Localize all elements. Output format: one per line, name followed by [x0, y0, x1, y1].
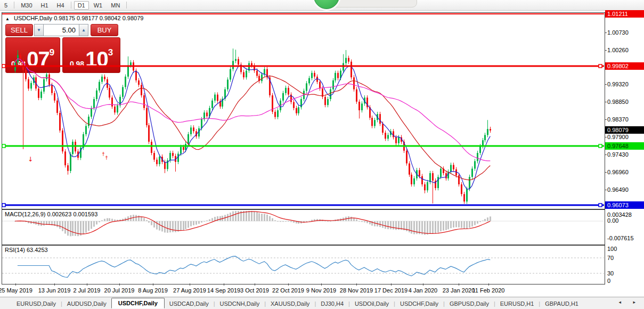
- date-axis-tick: [488, 283, 489, 286]
- chart-tab-usdchf-daily[interactable]: USDCHF,Daily: [111, 298, 165, 308]
- date-axis-label: 22 Oct 2019: [272, 287, 304, 294]
- date-axis-label: 28 Nov 2019: [340, 287, 373, 294]
- price-axis-label: 0.97900: [607, 134, 629, 140]
- price-axis-label: 0.98370: [607, 116, 629, 123]
- macd-axis-label: -0.007615: [607, 235, 634, 241]
- date-axis-label: 27 Aug 2019: [173, 287, 206, 294]
- sell-price-main: 07: [27, 51, 50, 68]
- buy-button[interactable]: BUY: [91, 24, 118, 36]
- timeframe-button-h4[interactable]: H4: [53, 1, 68, 10]
- buy-price-prefix: 0.98: [70, 60, 84, 68]
- buy-price-main: 10: [85, 51, 108, 68]
- timeframe-button-m30[interactable]: M30: [17, 1, 36, 10]
- price-axis-tick: [605, 32, 607, 33]
- macd-label: MACD(12,26,9) 0.002623 0.001593: [5, 211, 97, 217]
- chart-tab-audusd-daily[interactable]: AUDUSD,Daily: [62, 299, 111, 308]
- sell-price-prefix: 0.98: [11, 60, 26, 68]
- collapse-trade-panel-icon[interactable]: ▲: [5, 17, 10, 21]
- price-axis-label: 0.96960: [607, 169, 629, 175]
- date-axis-label: 20 Jul 2019: [104, 287, 135, 294]
- date-axis-tick: [54, 283, 55, 286]
- chart-symbol: USDCHF,Daily: [14, 15, 52, 21]
- date-axis-label: 14 Sep 2019: [207, 287, 240, 294]
- sell-price-pip: 9: [50, 48, 54, 57]
- mt4-terminal: 5M30H1H4D1W1MN ▲ USDCHF,Daily 0.98175 0.…: [0, 0, 644, 309]
- price-axis-tick: [605, 190, 607, 190]
- price-axis-label: 1.00730: [607, 29, 629, 36]
- price-axis-tick: [605, 102, 607, 102]
- buy-price-box[interactable]: 0.98 10 3: [62, 37, 120, 73]
- date-axis-tick: [288, 283, 289, 286]
- price-axis-tick: [605, 154, 607, 155]
- date-axis-label: 3 Oct 2019: [240, 287, 269, 294]
- timeframe-button-5[interactable]: 5: [1, 1, 11, 10]
- price-axis-label: 0.96490: [607, 186, 629, 193]
- price-badge: 0.97648: [605, 142, 644, 150]
- date-axis-tick: [15, 283, 16, 286]
- date-axis-tick: [153, 283, 153, 286]
- sell-price-box[interactable]: 0.98 07 9: [5, 37, 60, 73]
- rsi-axis-label: 70: [607, 255, 614, 261]
- toolbar-separator: [71, 2, 71, 9]
- toolbar-separator: [14, 2, 14, 9]
- timeframe-button-h1[interactable]: H1: [37, 1, 52, 10]
- date-axis-tick: [255, 283, 255, 286]
- price-badge: 0.98079: [605, 126, 644, 134]
- date-axis-tick: [119, 283, 120, 286]
- date-axis-tick: [356, 283, 357, 286]
- date-axis-label: 2 Jul 2019: [74, 287, 101, 294]
- chart-tab-bar: EURUSD,Daily|AUDUSD,DailyUSDCHF,DailyUSD…: [0, 297, 644, 309]
- price-axis-label: 1.00260: [607, 47, 629, 53]
- chart-ohlc-values: 0.98175 0.98177 0.98042 0.98079: [54, 15, 143, 21]
- chart-tab-gbpaud-h1[interactable]: GBPAUD,H1: [540, 299, 583, 308]
- rsi-axis-label: 100: [607, 246, 617, 252]
- date-axis-label: 4 Jan 2020: [409, 287, 437, 294]
- rsi-label: RSI(14) 63.4253: [5, 247, 48, 253]
- chart-tab-gbpusd-daily[interactable]: GBPUSD,Daily: [445, 299, 494, 308]
- price-axis-tick: [605, 137, 607, 137]
- price-badge: 0.96073: [605, 201, 644, 209]
- date-axis-label: 11 Feb 2020: [472, 287, 505, 294]
- timeframe-button-d1[interactable]: D1: [74, 1, 89, 10]
- chart-tab-eurusd-h1[interactable]: EURUSD,H1: [495, 299, 539, 308]
- chart-tab-dj30-h4[interactable]: DJ30,H4: [316, 299, 348, 308]
- date-axis-label: 23 Jan 2020: [443, 287, 475, 294]
- sell-button[interactable]: SELL: [5, 24, 33, 36]
- date-axis-tick: [321, 283, 322, 286]
- price-axis-tick: [605, 172, 607, 173]
- date-axis-tick: [423, 283, 423, 286]
- one-click-trade-panel: SELL ▼ ▲ BUY 0.98 07 9 0.98 10 3: [5, 24, 120, 73]
- date-axis-label: 25 May 2019: [0, 287, 32, 294]
- buy-price-pip: 3: [108, 48, 113, 57]
- date-axis-label: 8 Aug 2019: [138, 287, 168, 294]
- tab-scroll-arrows[interactable]: ◂ ▸: [618, 299, 641, 305]
- price-badge: 0.99802: [605, 62, 644, 70]
- timeframe-button-w1[interactable]: W1: [90, 1, 107, 10]
- chart-tab-xauusd-daily[interactable]: XAUUSD,Daily: [266, 299, 314, 308]
- toolbar-separator: [126, 2, 127, 9]
- price-axis-tick: [605, 50, 607, 51]
- macd-axis-label: 0.00: [607, 217, 618, 224]
- chart-tab-usdcad-daily[interactable]: USDCAD,Daily: [165, 299, 214, 308]
- volume-decrease-button[interactable]: ▼: [34, 24, 44, 36]
- date-axis-tick: [190, 283, 190, 286]
- rsi-axis-label: 0: [607, 278, 610, 284]
- price-axis-tick: [605, 119, 607, 120]
- chart-tab-usdcnh-daily[interactable]: USDCNH,Daily: [215, 299, 265, 308]
- price-badge: 1.01211: [605, 10, 644, 18]
- chart-title: ▲ USDCHF,Daily 0.98175 0.98177 0.98042 0…: [5, 15, 143, 21]
- rsi-axis-label: 30: [607, 270, 614, 277]
- price-axis-label: 0.98850: [607, 99, 629, 105]
- price-axis-label: 0.97430: [607, 151, 629, 158]
- volume-increase-button[interactable]: ▲: [79, 24, 88, 36]
- rsi-panel[interactable]: [2, 245, 605, 284]
- chart-tab-usdchf-daily[interactable]: USDCHF,Daily: [395, 299, 443, 308]
- volume-input[interactable]: [44, 24, 79, 36]
- timeframe-button-mn[interactable]: MN: [107, 1, 124, 10]
- date-axis-tick: [391, 283, 392, 286]
- chart-tab-eurusd-daily[interactable]: EURUSD,Daily: [12, 299, 61, 308]
- date-axis-tick: [224, 283, 224, 286]
- chart-tab-usdoil-daily[interactable]: USDOil,Daily: [350, 299, 394, 308]
- date-axis-tick: [459, 283, 459, 286]
- price-axis-label: 0.99320: [607, 81, 629, 87]
